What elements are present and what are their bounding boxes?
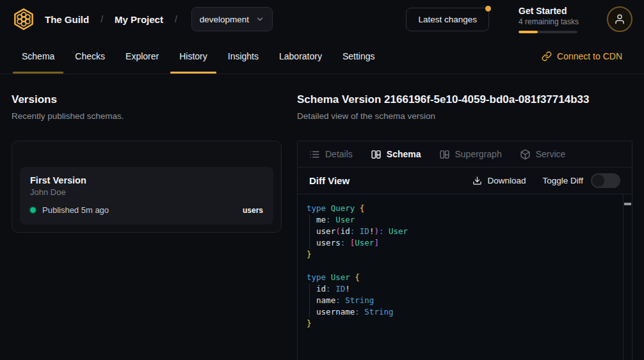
version-list-item[interactable]: First Version John Doe Published 5m ago … [20,167,273,224]
published-status-dot [30,207,36,213]
code-line: id: ID! [307,283,623,295]
toggle-diff-label: Toggle Diff [542,176,583,185]
schema-code-viewer: type Query { me: User user(id: ID!): Use… [298,194,632,360]
code-line: users: [User] [307,237,623,249]
code-line: username: String [307,306,623,318]
version-author: John Doe [30,187,263,197]
breadcrumb-project[interactable]: My Project [115,14,163,25]
hive-logo[interactable] [12,7,36,31]
chevron-down-icon [255,15,264,24]
code-scrollbar-thumb[interactable] [624,203,631,205]
person-icon [614,13,625,25]
connect-to-cdn-link[interactable]: Connect to CDN [542,51,622,61]
code-scroll-region[interactable]: type Query { me: User user(id: ID!): Use… [298,194,623,360]
target-tabs: Schema Checks Explorer History Insights … [12,38,385,74]
versions-section: Versions Recently published schemas. Fir… [12,93,282,360]
version-detail-subtitle: Detailed view of the schema version [297,111,632,121]
link-icon [542,51,552,61]
version-name: First Version [30,175,263,185]
code-line: name: String [307,295,623,306]
tab-explorer[interactable]: Explorer [115,38,169,74]
versions-title: Versions [12,93,282,106]
download-icon [472,176,482,185]
code-line: type User { [307,272,623,283]
detail-tab-supergraph[interactable]: Supergraph [439,149,502,160]
columns-icon [439,149,450,160]
app-root: The Guild / My Project / development Lat… [0,0,644,360]
nav-right: Connect to CDN [542,38,632,74]
tab-settings[interactable]: Settings [332,38,385,74]
breadcrumb-separator: / [175,14,177,24]
target-selector[interactable]: development [191,7,273,31]
detail-tabs: Details Schema Supergraph Service [298,141,632,168]
indent-guide [309,214,310,249]
code-scrollbar[interactable] [623,194,632,360]
versions-subtitle: Recently published schemas. [12,111,282,121]
get-started-title: Get Started [519,6,577,16]
list-icon [309,149,320,160]
breadcrumb-organization[interactable]: The Guild [45,14,89,25]
indent-guide [309,283,310,318]
breadcrumb-separator: / [101,14,103,24]
versions-card: First Version John Doe Published 5m ago … [12,141,282,233]
get-started-widget[interactable]: Get Started 4 remaining tasks [519,6,577,33]
notification-dot [485,6,491,12]
download-button[interactable]: Download [472,176,526,185]
code-line: type Query { [307,203,623,214]
get-started-progressbar [519,31,577,33]
app-header: The Guild / My Project / development Lat… [0,0,644,38]
version-status-row: Published 5m ago users [30,205,263,215]
code-line: } [307,318,623,329]
detail-tab-schema[interactable]: Schema [371,149,421,160]
latest-changes-button[interactable]: Latest changes [406,8,489,31]
tab-schema[interactable]: Schema [12,38,65,74]
version-detail-panel: Details Schema Supergraph Service [297,141,632,360]
target-nav: Schema Checks Explorer History Insights … [0,38,644,74]
version-status-text: Published 5m ago [42,205,109,215]
main-content: Versions Recently published schemas. Fir… [0,74,644,360]
code-line: me: User [307,214,623,226]
cube-icon [520,149,531,160]
header-right: Latest changes Get Started 4 remaining t… [406,6,632,33]
code-line [307,260,623,272]
tab-insights[interactable]: Insights [218,38,269,74]
code-line: user(id: ID!): User [307,226,623,237]
toggle-diff-control: Toggle Diff [542,173,620,188]
user-menu-button[interactable] [607,6,632,32]
detail-tab-details[interactable]: Details [309,149,353,160]
service-badge: users [243,206,263,215]
breadcrumb: The Guild / My Project / [45,14,177,25]
diff-view-title: Diff View [309,175,350,186]
get-started-progress-fill [519,31,538,33]
target-selector-value: development [200,15,249,24]
tab-laboratory[interactable]: Laboratory [269,38,332,74]
diff-actions: Download Toggle Diff [472,173,620,188]
diff-view-toolbar: Diff View Download Toggle Diff [298,168,632,194]
detail-tab-service[interactable]: Service [520,149,566,160]
version-detail-section: Schema Version 2166196f-5e10-4059-bd0a-0… [297,93,632,360]
get-started-subtitle: 4 remaining tasks [519,17,577,26]
switch-knob [592,175,604,187]
version-detail-title: Schema Version 2166196f-5e10-4059-bd0a-0… [297,93,632,106]
tab-history[interactable]: History [169,38,218,74]
toggle-diff-switch[interactable] [591,173,620,188]
tab-checks[interactable]: Checks [65,38,115,74]
columns-icon [371,149,382,160]
code-line: } [307,249,623,260]
